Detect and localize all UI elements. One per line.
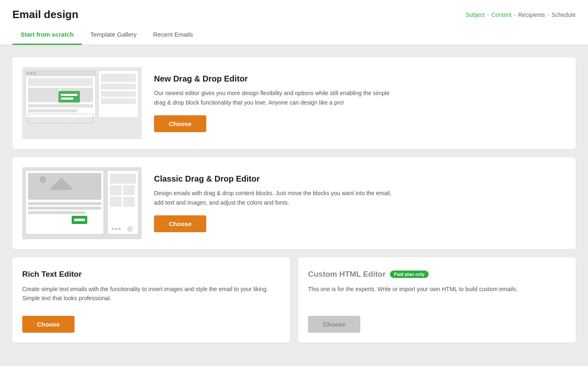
svg-rect-27 xyxy=(28,207,101,210)
svg-rect-7 xyxy=(28,88,59,102)
new-dnd-illustration xyxy=(22,67,142,139)
chevron-icon-1: › xyxy=(487,12,489,18)
svg-rect-14 xyxy=(101,91,136,97)
tab-recent-emails[interactable]: Recent Emails xyxy=(145,25,201,45)
svg-rect-2 xyxy=(26,70,96,76)
rich-text-title: Rich Text Editor xyxy=(22,270,280,279)
classic-dnd-desc: Design emails with drag & drop content b… xyxy=(154,189,393,207)
custom-html-card: Custom HTML Editor Paid plan only This o… xyxy=(298,257,576,343)
bottom-cards: Rich Text Editor Create simple text emai… xyxy=(12,257,576,343)
svg-rect-35 xyxy=(110,197,121,207)
paid-plan-badge: Paid plan only xyxy=(390,271,429,278)
svg-text:⤴: ⤴ xyxy=(128,227,131,231)
svg-point-3 xyxy=(27,72,29,75)
svg-point-40 xyxy=(115,228,117,230)
classic-dnd-choose-button[interactable]: Choose xyxy=(154,215,206,232)
svg-rect-12 xyxy=(101,74,136,82)
svg-rect-28 xyxy=(28,211,86,214)
new-dnd-card: New Drag & Drop Editor Our newest editor… xyxy=(12,57,576,149)
header: Email design Subject › Content › Recipie… xyxy=(0,0,588,21)
new-dnd-desc: Our newest editor gives you more design … xyxy=(154,89,393,107)
custom-html-title: Custom HTML Editor Paid plan only xyxy=(308,270,566,279)
classic-dnd-illustration: ⤴ xyxy=(22,167,142,239)
svg-point-5 xyxy=(33,72,36,75)
tab-template-gallery[interactable]: Template Gallery xyxy=(82,25,145,45)
breadcrumb-subject: Subject xyxy=(465,12,485,18)
breadcrumb-content: Content xyxy=(491,12,511,18)
breadcrumb-recipients: Recipients xyxy=(518,12,545,18)
breadcrumb: Subject › Content › Recipients › Schedul… xyxy=(465,12,576,18)
breadcrumb-schedule: Schedule xyxy=(552,12,576,18)
svg-point-39 xyxy=(112,228,114,230)
svg-point-25 xyxy=(40,176,46,183)
svg-rect-13 xyxy=(101,84,136,89)
classic-dnd-body: Classic Drag & Drop Editor Design emails… xyxy=(154,174,566,232)
svg-rect-34 xyxy=(123,185,135,195)
svg-rect-30 xyxy=(74,219,85,221)
svg-rect-32 xyxy=(110,174,136,184)
svg-rect-36 xyxy=(123,197,135,207)
tabs-bar: Start from scratch Template Gallery Rece… xyxy=(0,25,588,45)
svg-rect-33 xyxy=(110,185,121,195)
new-dnd-body: New Drag & Drop Editor Our newest editor… xyxy=(154,74,566,132)
chevron-icon-3: › xyxy=(548,12,549,18)
new-dnd-title: New Drag & Drop Editor xyxy=(154,74,566,84)
custom-html-title-text: Custom HTML Editor xyxy=(308,270,386,279)
custom-html-choose-button[interactable]: Choose xyxy=(308,316,360,333)
rich-text-card: Rich Text Editor Create simple text emai… xyxy=(12,257,290,343)
content-area: New Drag & Drop Editor Our newest editor… xyxy=(0,45,588,366)
new-dnd-choose-button[interactable]: Choose xyxy=(154,115,206,132)
chevron-icon-2: › xyxy=(514,12,516,18)
svg-point-41 xyxy=(118,228,121,230)
svg-rect-19 xyxy=(61,98,73,100)
svg-rect-18 xyxy=(61,94,77,96)
classic-dnd-title: Classic Drag & Drop Editor xyxy=(154,174,566,184)
svg-rect-6 xyxy=(28,78,93,86)
svg-rect-26 xyxy=(28,202,101,205)
page-title: Email design xyxy=(12,8,78,21)
svg-rect-9 xyxy=(28,104,93,107)
svg-rect-10 xyxy=(28,109,77,112)
rich-text-desc: Create simple text emails with the funct… xyxy=(22,285,280,306)
tab-start-from-scratch[interactable]: Start from scratch xyxy=(12,25,82,45)
rich-text-choose-button[interactable]: Choose xyxy=(22,316,75,333)
classic-dnd-card: ⤴ Classic Drag & Drop Editor Design emai… xyxy=(12,157,576,249)
svg-rect-17 xyxy=(58,91,80,103)
svg-rect-15 xyxy=(101,98,136,104)
custom-html-desc: This one is for the experts. Write or im… xyxy=(308,285,566,306)
svg-point-4 xyxy=(30,72,33,75)
